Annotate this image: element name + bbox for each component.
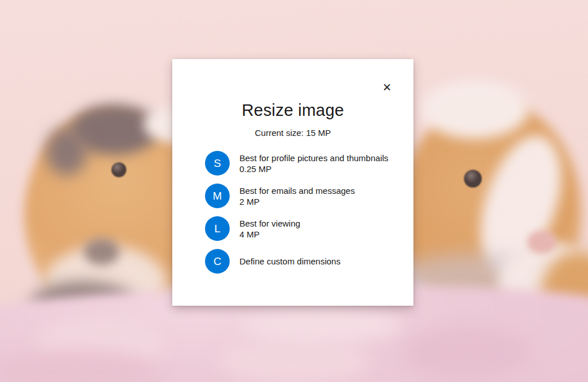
option-text: Best for profile pictures and thumbnails…: [239, 153, 388, 174]
current-size-label: Current size: 15 MP: [172, 128, 413, 138]
resize-option-small[interactable]: S Best for profile pictures and thumbnai…: [205, 151, 388, 176]
option-text: Best for viewing 4 MP: [239, 218, 300, 240]
resize-option-medium[interactable]: M Best for emails and messages 2 MP: [205, 184, 355, 208]
close-button[interactable]: ✕: [378, 79, 396, 96]
blanket-texture: [218, 337, 370, 382]
size-badge-m: M: [205, 184, 230, 208]
option-text: Define custom dimensions: [239, 256, 341, 267]
option-text: Best for emails and messages 2 MP: [239, 185, 355, 207]
dialog-title: Resize image: [172, 100, 413, 120]
close-icon: ✕: [382, 82, 392, 93]
guinea-pig-right-nose: [527, 231, 556, 254]
option-label: Best for profile pictures and thumbnails: [239, 153, 388, 163]
option-size: 0.25 MP: [239, 163, 388, 174]
resize-option-custom[interactable]: C Define custom dimensions: [205, 249, 341, 274]
size-badge-s: S: [205, 151, 230, 176]
option-size: 4 MP: [239, 229, 300, 240]
size-badge-l: L: [205, 216, 230, 241]
option-size: 2 MP: [239, 196, 355, 207]
resize-options-list: S Best for profile pictures and thumbnai…: [172, 151, 413, 274]
guinea-pig-left-nose: [84, 239, 119, 265]
size-badge-c: C: [205, 249, 230, 274]
option-label: Best for emails and messages: [239, 185, 355, 196]
resize-option-large[interactable]: L Best for viewing 4 MP: [205, 216, 300, 241]
guinea-pig-left-eye: [111, 162, 126, 177]
guinea-pig-left-black-patch-2: [46, 127, 87, 176]
guinea-pig-right-crest: [421, 80, 529, 139]
option-label: Define custom dimensions: [239, 256, 341, 267]
blanket-texture: [402, 326, 531, 379]
option-label: Best for viewing: [239, 218, 300, 229]
blanket-texture: [241, 307, 402, 342]
resize-image-dialog: ✕ Resize image Current size: 15 MP S Bes…: [172, 59, 413, 306]
guinea-pig-right-eye: [464, 170, 482, 188]
